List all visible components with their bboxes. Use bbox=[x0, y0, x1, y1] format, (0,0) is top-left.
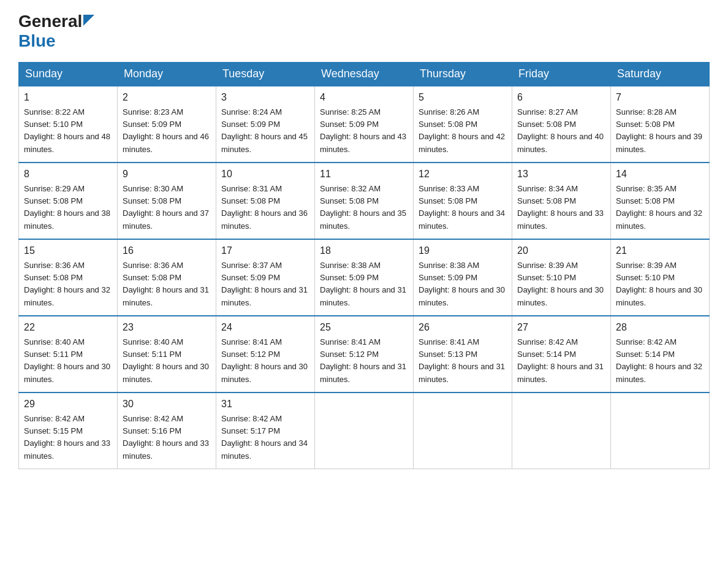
calendar-cell: 24Sunrise: 8:41 AMSunset: 5:12 PMDayligh… bbox=[216, 316, 315, 393]
day-number: 15 bbox=[24, 243, 112, 258]
calendar-cell: 30Sunrise: 8:42 AMSunset: 5:16 PMDayligh… bbox=[118, 393, 216, 469]
calendar-week-row: 1Sunrise: 8:22 AMSunset: 5:10 PMDaylight… bbox=[19, 86, 710, 163]
day-info: Sunrise: 8:42 AMSunset: 5:14 PMDaylight:… bbox=[616, 337, 702, 384]
calendar-cell: 11Sunrise: 8:32 AMSunset: 5:08 PMDayligh… bbox=[315, 163, 414, 239]
day-info: Sunrise: 8:24 AMSunset: 5:09 PMDaylight:… bbox=[221, 107, 308, 154]
calendar-cell: 3Sunrise: 8:24 AMSunset: 5:09 PMDaylight… bbox=[216, 86, 315, 163]
day-info: Sunrise: 8:42 AMSunset: 5:17 PMDaylight:… bbox=[221, 414, 308, 461]
calendar-cell: 23Sunrise: 8:40 AMSunset: 5:11 PMDayligh… bbox=[118, 316, 216, 393]
day-info: Sunrise: 8:34 AMSunset: 5:08 PMDaylight:… bbox=[517, 184, 604, 231]
calendar-cell: 21Sunrise: 8:39 AMSunset: 5:10 PMDayligh… bbox=[611, 239, 710, 316]
logo-blue: Blue bbox=[18, 31, 56, 50]
calendar-cell: 20Sunrise: 8:39 AMSunset: 5:10 PMDayligh… bbox=[512, 239, 611, 316]
svg-marker-0 bbox=[83, 15, 94, 26]
day-info: Sunrise: 8:38 AMSunset: 5:09 PMDaylight:… bbox=[320, 261, 406, 307]
day-number: 9 bbox=[123, 167, 211, 182]
day-info: Sunrise: 8:23 AMSunset: 5:09 PMDaylight:… bbox=[123, 107, 209, 154]
day-info: Sunrise: 8:36 AMSunset: 5:08 PMDaylight:… bbox=[24, 261, 110, 307]
calendar-cell: 15Sunrise: 8:36 AMSunset: 5:08 PMDayligh… bbox=[19, 239, 118, 316]
day-info: Sunrise: 8:41 AMSunset: 5:13 PMDaylight:… bbox=[419, 337, 505, 384]
calendar-week-row: 8Sunrise: 8:29 AMSunset: 5:08 PMDaylight… bbox=[19, 163, 710, 239]
calendar-cell: 22Sunrise: 8:40 AMSunset: 5:11 PMDayligh… bbox=[19, 316, 118, 393]
calendar-cell bbox=[512, 393, 611, 469]
day-info: Sunrise: 8:42 AMSunset: 5:15 PMDaylight:… bbox=[24, 414, 110, 461]
weekday-header-tuesday: Tuesday bbox=[216, 62, 315, 86]
day-info: Sunrise: 8:42 AMSunset: 5:14 PMDaylight:… bbox=[517, 337, 604, 384]
day-info: Sunrise: 8:36 AMSunset: 5:08 PMDaylight:… bbox=[123, 261, 209, 307]
calendar-cell: 28Sunrise: 8:42 AMSunset: 5:14 PMDayligh… bbox=[611, 316, 710, 393]
day-number: 11 bbox=[320, 167, 408, 182]
day-number: 1 bbox=[24, 90, 112, 105]
calendar-cell bbox=[414, 393, 512, 469]
day-number: 22 bbox=[24, 320, 112, 335]
day-number: 8 bbox=[24, 167, 112, 182]
weekday-header-sunday: Sunday bbox=[19, 62, 118, 86]
day-number: 30 bbox=[123, 397, 211, 412]
day-number: 3 bbox=[221, 90, 309, 105]
calendar-cell: 25Sunrise: 8:41 AMSunset: 5:12 PMDayligh… bbox=[315, 316, 414, 393]
calendar-table: SundayMondayTuesdayWednesdayThursdayFrid… bbox=[18, 62, 710, 469]
calendar-cell: 17Sunrise: 8:37 AMSunset: 5:09 PMDayligh… bbox=[216, 239, 315, 316]
calendar-cell: 4Sunrise: 8:25 AMSunset: 5:09 PMDaylight… bbox=[315, 86, 414, 163]
day-number: 13 bbox=[517, 167, 605, 182]
day-info: Sunrise: 8:38 AMSunset: 5:09 PMDaylight:… bbox=[419, 261, 505, 307]
day-number: 5 bbox=[419, 90, 507, 105]
calendar-cell: 10Sunrise: 8:31 AMSunset: 5:08 PMDayligh… bbox=[216, 163, 315, 239]
day-info: Sunrise: 8:40 AMSunset: 5:11 PMDaylight:… bbox=[123, 337, 209, 384]
day-number: 25 bbox=[320, 320, 408, 335]
day-number: 21 bbox=[616, 243, 704, 258]
weekday-header-monday: Monday bbox=[118, 62, 216, 86]
weekday-header-friday: Friday bbox=[512, 62, 611, 86]
day-number: 4 bbox=[320, 90, 408, 105]
calendar-cell: 13Sunrise: 8:34 AMSunset: 5:08 PMDayligh… bbox=[512, 163, 611, 239]
day-number: 19 bbox=[419, 243, 507, 258]
day-number: 18 bbox=[320, 243, 408, 258]
day-number: 2 bbox=[123, 90, 211, 105]
day-info: Sunrise: 8:39 AMSunset: 5:10 PMDaylight:… bbox=[517, 261, 604, 307]
day-info: Sunrise: 8:28 AMSunset: 5:08 PMDaylight:… bbox=[616, 107, 702, 154]
day-info: Sunrise: 8:39 AMSunset: 5:10 PMDaylight:… bbox=[616, 261, 702, 307]
day-info: Sunrise: 8:41 AMSunset: 5:12 PMDaylight:… bbox=[221, 337, 308, 384]
day-info: Sunrise: 8:31 AMSunset: 5:08 PMDaylight:… bbox=[221, 184, 308, 231]
calendar-cell: 2Sunrise: 8:23 AMSunset: 5:09 PMDaylight… bbox=[118, 86, 216, 163]
calendar-week-row: 22Sunrise: 8:40 AMSunset: 5:11 PMDayligh… bbox=[19, 316, 710, 393]
calendar-cell: 8Sunrise: 8:29 AMSunset: 5:08 PMDaylight… bbox=[19, 163, 118, 239]
calendar-cell: 29Sunrise: 8:42 AMSunset: 5:15 PMDayligh… bbox=[19, 393, 118, 469]
calendar-cell bbox=[315, 393, 414, 469]
calendar-week-row: 15Sunrise: 8:36 AMSunset: 5:08 PMDayligh… bbox=[19, 239, 710, 316]
day-info: Sunrise: 8:29 AMSunset: 5:08 PMDaylight:… bbox=[24, 184, 110, 231]
day-info: Sunrise: 8:40 AMSunset: 5:11 PMDaylight:… bbox=[24, 337, 110, 384]
calendar-cell: 19Sunrise: 8:38 AMSunset: 5:09 PMDayligh… bbox=[414, 239, 512, 316]
day-info: Sunrise: 8:27 AMSunset: 5:08 PMDaylight:… bbox=[517, 107, 604, 154]
day-info: Sunrise: 8:22 AMSunset: 5:10 PMDaylight:… bbox=[24, 107, 110, 154]
day-info: Sunrise: 8:37 AMSunset: 5:09 PMDaylight:… bbox=[221, 261, 308, 307]
page-header: General Blue bbox=[18, 12, 710, 51]
logo: General Blue bbox=[18, 12, 94, 51]
calendar-cell: 6Sunrise: 8:27 AMSunset: 5:08 PMDaylight… bbox=[512, 86, 611, 163]
day-number: 27 bbox=[517, 320, 605, 335]
calendar-cell: 9Sunrise: 8:30 AMSunset: 5:08 PMDaylight… bbox=[118, 163, 216, 239]
weekday-header-saturday: Saturday bbox=[611, 62, 710, 86]
day-number: 14 bbox=[616, 167, 704, 182]
calendar-cell: 12Sunrise: 8:33 AMSunset: 5:08 PMDayligh… bbox=[414, 163, 512, 239]
weekday-header-wednesday: Wednesday bbox=[315, 62, 414, 86]
calendar-cell: 5Sunrise: 8:26 AMSunset: 5:08 PMDaylight… bbox=[414, 86, 512, 163]
day-info: Sunrise: 8:33 AMSunset: 5:08 PMDaylight:… bbox=[419, 184, 505, 231]
day-number: 29 bbox=[24, 397, 112, 412]
day-number: 31 bbox=[221, 397, 309, 412]
weekday-header-row: SundayMondayTuesdayWednesdayThursdayFrid… bbox=[19, 62, 710, 86]
day-info: Sunrise: 8:42 AMSunset: 5:16 PMDaylight:… bbox=[123, 414, 209, 461]
day-number: 28 bbox=[616, 320, 704, 335]
day-info: Sunrise: 8:41 AMSunset: 5:12 PMDaylight:… bbox=[320, 337, 406, 384]
logo-arrow-icon bbox=[83, 15, 94, 26]
day-number: 17 bbox=[221, 243, 309, 258]
day-number: 26 bbox=[419, 320, 507, 335]
day-info: Sunrise: 8:26 AMSunset: 5:08 PMDaylight:… bbox=[419, 107, 505, 154]
calendar-cell: 27Sunrise: 8:42 AMSunset: 5:14 PMDayligh… bbox=[512, 316, 611, 393]
day-number: 20 bbox=[517, 243, 605, 258]
day-number: 6 bbox=[517, 90, 605, 105]
day-number: 24 bbox=[221, 320, 309, 335]
logo-general: General bbox=[18, 12, 82, 31]
day-info: Sunrise: 8:25 AMSunset: 5:09 PMDaylight:… bbox=[320, 107, 406, 154]
day-info: Sunrise: 8:35 AMSunset: 5:08 PMDaylight:… bbox=[616, 184, 702, 231]
